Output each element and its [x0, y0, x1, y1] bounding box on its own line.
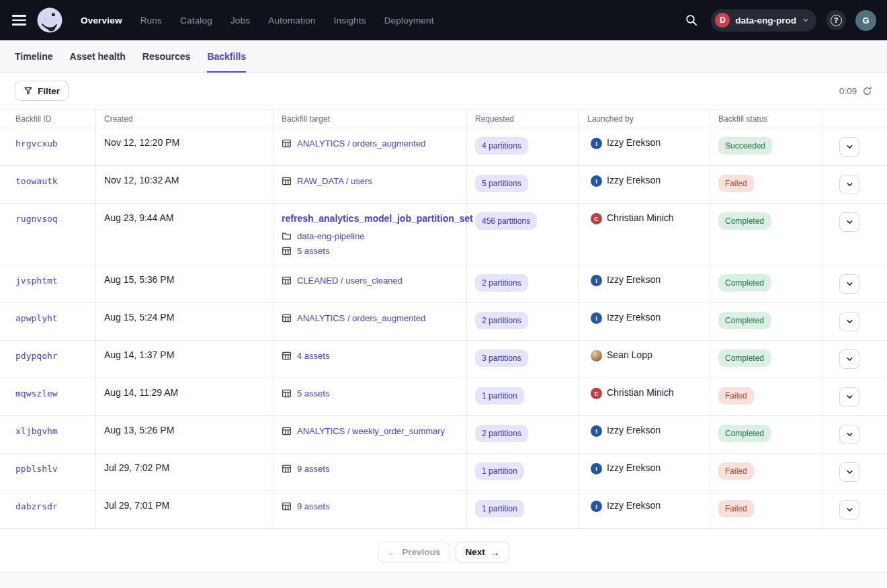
row-actions-button[interactable] [839, 212, 859, 232]
backfill-id-link[interactable]: toowautk [15, 176, 58, 186]
workspace-selector[interactable]: D data-eng-prod [711, 9, 816, 32]
created-timestamp: Jul 29, 7:01 PM [104, 500, 169, 511]
backfill-status-badge: Completed [718, 425, 771, 442]
workspace-badge: D [715, 13, 730, 28]
table-row: rugnvsoq Aug 23, 9:44 AM refresh_analyti… [0, 204, 887, 265]
backfills-toolbar: Filter 0:09 [0, 73, 887, 109]
requested-partitions-badge: 4 partitions [475, 137, 528, 155]
created-timestamp: Nov 12, 12:20 PM [104, 137, 179, 148]
backfill-status-badge: Completed [718, 212, 771, 230]
nav-item-deployment[interactable]: Deployment [384, 15, 434, 26]
nav-item-catalog[interactable]: Catalog [180, 15, 212, 26]
launched-by-name: Christian Minich [607, 387, 674, 398]
target-link[interactable]: ANALYTICS / orders_augmented [297, 313, 425, 323]
backfill-target-cell: refresh_analytics_model_job_partition_se… [273, 204, 467, 265]
backfill-id-link[interactable]: jvsphtmt [15, 276, 58, 286]
search-icon[interactable] [681, 10, 702, 30]
backfill-id-link[interactable]: dabzrsdr [15, 501, 58, 511]
filter-button[interactable]: Filter [15, 81, 69, 101]
backfill-status-badge: Failed [718, 500, 754, 517]
chevron-down-icon [845, 505, 854, 514]
arrow-right-icon: → [490, 546, 500, 558]
previous-page-button[interactable]: ← Previous [378, 542, 450, 562]
backfill-target-cell: CLEANED / users_cleaned [273, 265, 467, 302]
backfill-id-link[interactable]: pdypqohr [15, 351, 58, 361]
nav-item-runs[interactable]: Runs [140, 15, 162, 26]
tab-timeline[interactable]: Timeline [15, 40, 53, 73]
requested-partitions-badge: 3 partitions [475, 349, 528, 367]
row-actions-button[interactable] [839, 425, 859, 444]
nav-item-automation[interactable]: Automation [268, 15, 315, 26]
launched-by-avatar: I [591, 463, 602, 474]
backfill-id-link[interactable]: mqwszlew [15, 388, 58, 398]
chevron-down-icon [845, 468, 854, 476]
column-header-launched-by: Launched by [579, 110, 710, 128]
row-actions-button[interactable] [839, 349, 859, 369]
nav-item-insights[interactable]: Insights [334, 15, 366, 26]
row-actions-button[interactable] [839, 274, 859, 294]
row-actions-button[interactable] [839, 462, 859, 482]
backfill-id-link[interactable]: hrgvcxub [15, 138, 58, 149]
chevron-down-icon [845, 430, 854, 439]
tab-resources[interactable]: Resources [142, 40, 191, 73]
table-icon [282, 138, 292, 149]
target-link[interactable]: ANALYTICS / weekly_order_summary [297, 426, 445, 436]
target-link[interactable]: 9 assets [297, 501, 329, 511]
requested-partitions-badge: 1 partition [475, 500, 524, 517]
row-actions-button[interactable] [839, 137, 859, 157]
help-icon[interactable]: ? [826, 10, 846, 30]
filter-funnel-icon [24, 86, 33, 95]
hamburger-menu-icon[interactable] [12, 12, 28, 28]
next-page-button[interactable]: Next → [456, 542, 509, 562]
table-icon [282, 464, 292, 474]
target-link[interactable]: 5 assets [297, 388, 329, 398]
created-timestamp: Aug 13, 5:26 PM [104, 425, 174, 435]
tab-backfills[interactable]: Backfills [207, 40, 246, 73]
row-actions-button[interactable] [839, 175, 859, 194]
table-icon [282, 426, 292, 436]
user-avatar[interactable]: G [855, 10, 876, 31]
backfill-target-cell: RAW_DATA / users [273, 166, 467, 203]
backfill-id-link[interactable]: rugnvsoq [15, 214, 58, 224]
table-row: xljbgvhm Aug 13, 5:26 PM ANALYTICS / wee… [0, 416, 887, 454]
launched-by-avatar: I [591, 501, 602, 512]
chevron-down-icon [845, 180, 854, 189]
target-link[interactable]: 9 assets [297, 464, 329, 474]
requested-partitions-badge: 1 partition [475, 462, 524, 480]
dagster-logo[interactable] [36, 7, 63, 34]
table-icon [282, 388, 292, 398]
backfill-status-badge: Failed [718, 462, 754, 480]
chevron-down-icon [845, 355, 854, 364]
table-row: toowautk Nov 12, 10:32 AM RAW_DATA / use… [0, 166, 887, 204]
pagination: ← Previous Next → [0, 529, 887, 572]
chevron-down-icon [802, 16, 810, 24]
created-timestamp: Jul 29, 7:02 PM [104, 462, 169, 473]
target-link[interactable]: 5 assets [297, 246, 329, 256]
row-actions-button[interactable] [839, 312, 859, 331]
target-link[interactable]: CLEANED / users_cleaned [297, 276, 403, 286]
row-actions-button[interactable] [839, 387, 859, 407]
target-link[interactable]: RAW_DATA / users [297, 176, 372, 186]
target-link[interactable]: 4 assets [297, 351, 329, 361]
nav-item-jobs[interactable]: Jobs [230, 15, 250, 26]
row-actions-button[interactable] [839, 500, 859, 519]
nav-item-overview[interactable]: Overview [81, 15, 122, 26]
launched-by-name: Izzy Erekson [607, 500, 661, 511]
target-link[interactable]: ANALYTICS / orders_augmented [297, 138, 425, 149]
created-timestamp: Aug 15, 5:24 PM [104, 312, 174, 323]
column-header-backfill-id: Backfill ID [0, 110, 96, 128]
backfill-id-link[interactable]: xljbgvhm [15, 426, 58, 436]
job-title-link[interactable]: refresh_analytics_model_job_partition_se… [282, 213, 458, 224]
launched-by-name: Izzy Erekson [607, 274, 661, 285]
target-link[interactable]: data-eng-pipeline [297, 231, 364, 241]
refresh-icon[interactable] [862, 86, 872, 96]
top-navigation-bar: OverviewRunsCatalogJobsAutomationInsight… [0, 0, 887, 40]
launched-by-name: Izzy Erekson [607, 425, 661, 435]
backfill-id-link[interactable]: ppblshlv [15, 464, 58, 474]
table-row: dabzrsdr Jul 29, 7:01 PM 9 assets 1 part… [0, 491, 887, 529]
table-icon [282, 351, 292, 361]
backfill-status-badge: Completed [718, 349, 771, 367]
backfill-target-cell: 4 assets [273, 341, 467, 378]
tab-asset-health[interactable]: Asset health [70, 40, 126, 73]
backfill-id-link[interactable]: apwplyht [15, 313, 58, 323]
